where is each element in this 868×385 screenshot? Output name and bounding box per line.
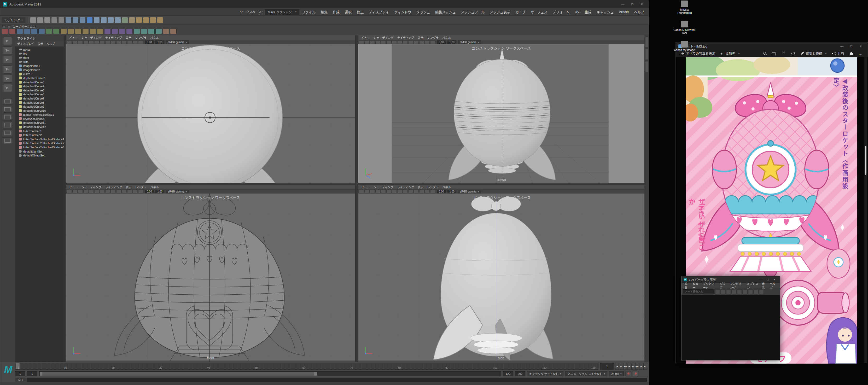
menu-item[interactable]: 修正 xyxy=(354,9,366,14)
time-tick[interactable]: 80 xyxy=(398,366,401,369)
save-scene[interactable] xyxy=(44,17,51,23)
viewport-menu-item[interactable]: 表示 xyxy=(124,185,133,189)
side-view-canvas[interactable]: コンストラクション ワークスペース side xyxy=(358,194,645,361)
offset-curve[interactable] xyxy=(141,29,147,34)
safe-title[interactable] xyxy=(419,40,424,44)
viewport-menu-item[interactable]: シェーディング xyxy=(372,185,395,189)
wireframe-display[interactable] xyxy=(133,190,138,193)
maximize-button[interactable]: □ xyxy=(765,277,771,282)
step-back-frame-button[interactable]: ◀| xyxy=(619,363,623,370)
time-slider[interactable]: 1102030405060708090100110120 xyxy=(15,363,598,370)
smooth-shade-display[interactable] xyxy=(430,40,435,44)
minimize-button[interactable]: — xyxy=(619,1,627,7)
play-backwards-button[interactable]: ◀ xyxy=(627,363,631,370)
scale-tool[interactable] xyxy=(3,84,12,92)
minimize-button[interactable]: — xyxy=(758,277,764,282)
attach-curves[interactable] xyxy=(104,29,111,34)
animation-preferences-button[interactable] xyxy=(633,371,639,376)
expand-graph[interactable] xyxy=(715,289,720,294)
safe-title[interactable] xyxy=(127,190,132,193)
time-tick[interactable]: 10 xyxy=(64,366,67,369)
playback-start-field[interactable]: 1 xyxy=(27,371,37,376)
playback-end-field[interactable]: 120 xyxy=(503,371,513,376)
detachedCurve8[interactable]: detachedCurve8 xyxy=(15,101,64,105)
gamma-field[interactable]: 1.00 xyxy=(155,40,164,44)
viewport-menu-item[interactable]: パネル xyxy=(440,185,453,189)
select-camera[interactable] xyxy=(359,190,364,193)
defaultObjectSet[interactable]: defaultObjectSet xyxy=(15,153,64,158)
loftedSurface3attachedSurface1[interactable]: loftedSurface3attachedSurface1 xyxy=(15,137,64,141)
safe-action[interactable] xyxy=(414,190,419,193)
exposure-field[interactable]: 0.00 xyxy=(145,40,154,44)
image-plane[interactable] xyxy=(381,40,386,44)
paint-selection-tool[interactable] xyxy=(3,56,12,64)
bookmarks[interactable] xyxy=(83,40,88,44)
smooth-shade-display[interactable] xyxy=(138,190,143,193)
film-gate[interactable] xyxy=(392,40,397,44)
time-tick[interactable]: 1 xyxy=(18,366,19,369)
gate-mask[interactable] xyxy=(111,190,116,193)
field-chart[interactable] xyxy=(408,190,413,193)
viewport-menu-item[interactable]: シェーディング xyxy=(372,35,395,40)
extrude[interactable] xyxy=(82,29,89,34)
rotate-tool[interactable] xyxy=(3,75,12,83)
close-button[interactable]: × xyxy=(637,1,646,7)
field-chart[interactable] xyxy=(408,40,413,44)
close-button[interactable]: × xyxy=(771,277,778,282)
current-time-field[interactable]: 1 xyxy=(600,363,614,370)
colorspace-dropdown[interactable]: sRGB gamma xyxy=(458,40,481,44)
exposure-field[interactable]: 0.00 xyxy=(145,190,154,193)
detachedCurve9[interactable]: detachedCurve9 xyxy=(15,104,64,109)
anim-start-field[interactable]: 1 xyxy=(15,371,25,376)
step-forward-frame-button[interactable]: |▶ xyxy=(639,363,643,370)
2d-pan-zoom[interactable] xyxy=(94,190,99,193)
time-tick[interactable]: 110 xyxy=(542,366,547,369)
four-panes-layout[interactable] xyxy=(3,130,12,136)
viewport-menu-item[interactable]: レンダラ xyxy=(425,35,440,40)
range-start-handle[interactable] xyxy=(40,372,42,376)
menu-item[interactable]: UV xyxy=(572,10,582,14)
go-to-start-button[interactable]: |◀ xyxy=(615,363,619,370)
node-search-input[interactable] xyxy=(683,289,714,294)
bezier-curve-tool[interactable] xyxy=(31,29,38,34)
tool-settings-tab[interactable] xyxy=(645,49,648,60)
command-line-language-toggle[interactable]: MEL xyxy=(15,378,27,382)
loft[interactable] xyxy=(68,29,74,34)
time-tick[interactable]: 120 xyxy=(591,366,595,369)
hypergraph-menu-item[interactable]: グラフ xyxy=(718,282,728,289)
trim-tool[interactable] xyxy=(170,29,177,34)
more-button[interactable]: … xyxy=(856,51,865,56)
camera-attributes[interactable] xyxy=(370,40,375,44)
menu-item[interactable]: ヘルプ xyxy=(631,9,647,14)
toggle-connections[interactable] xyxy=(759,289,764,294)
safe-action[interactable] xyxy=(414,40,419,44)
persp-view-canvas[interactable]: コンストラクション ワークスペース persp xyxy=(358,44,645,183)
hypergraph-menu-item[interactable]: オプション xyxy=(745,282,760,289)
insert-knot[interactable] xyxy=(126,29,133,34)
undo[interactable] xyxy=(51,17,58,23)
outliner-persp-layout[interactable] xyxy=(3,137,12,144)
viewport-menu-item[interactable]: 表示 xyxy=(416,35,425,40)
step-forward-key-button[interactable]: ▶▶ xyxy=(635,363,639,370)
planar[interactable] xyxy=(75,29,82,34)
time-tick[interactable]: 20 xyxy=(112,366,115,369)
menu-item[interactable]: 生成 xyxy=(582,9,594,14)
safe-title[interactable] xyxy=(127,40,132,44)
duplicatedCurve1[interactable]: duplicatedCurve1 xyxy=(15,76,64,80)
shelf-active-tab[interactable]: カーブ/サーフェス xyxy=(13,25,35,29)
detachedCurve5[interactable]: detachedCurve5 xyxy=(15,88,64,93)
add-to-button[interactable]: 追加先 xyxy=(718,50,742,57)
colorspace-dropdown[interactable]: sRGB gamma xyxy=(458,190,481,193)
nurbs-circle[interactable] xyxy=(2,29,8,34)
menu-item[interactable]: ウィンドウ xyxy=(392,9,414,14)
menu-item[interactable]: キャッシュ xyxy=(594,9,616,14)
project-curve[interactable] xyxy=(163,29,169,34)
2d-pan-zoom[interactable] xyxy=(94,40,99,44)
construction-history[interactable] xyxy=(129,17,135,23)
hypergraph-menu-item[interactable]: 表示 xyxy=(761,282,768,289)
hypergraph-menu-item[interactable]: ビュー xyxy=(691,282,701,289)
2d-pan-zoom[interactable] xyxy=(386,190,391,193)
boundary[interactable] xyxy=(97,29,103,34)
detachedCurve6[interactable]: detachedCurve6 xyxy=(15,93,64,97)
cv-curve-tool[interactable] xyxy=(17,29,23,34)
